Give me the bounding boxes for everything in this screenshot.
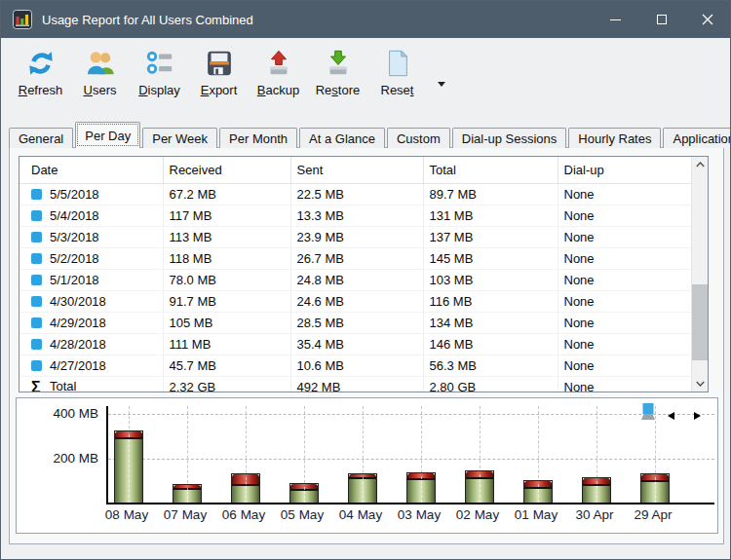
table-row[interactable]: 4/29/2018105 MB28.5 MB134 MBNone	[19, 313, 691, 334]
toolbar-restore-button[interactable]: Restore	[308, 48, 367, 97]
cell-dialup: None	[558, 248, 691, 270]
tab-custom[interactable]: Custom	[387, 128, 450, 148]
x-axis-label-06-may: 06 May	[214, 507, 273, 522]
day-bullet-icon	[31, 253, 42, 264]
bar-01-may	[523, 480, 553, 503]
tab-applications[interactable]: Applications	[663, 128, 731, 148]
bar-04-may	[348, 473, 377, 503]
table-row[interactable]: 4/30/201891.7 MB24.6 MB116 MBNone	[19, 291, 691, 313]
x-axis-label-08-may: 08 May	[97, 507, 156, 522]
toolbar-backup-button[interactable]: Backup	[249, 48, 308, 97]
toolbar-export-label: Export	[201, 83, 238, 97]
y-axis-label-200: 200 MB	[42, 451, 98, 467]
usage-chart-panel: 400 MB200 MB08 May07 May06 May05 May04 M…	[16, 397, 718, 534]
bar-06-may	[231, 473, 260, 503]
table-row[interactable]: 4/28/2018111 MB35.4 MB146 MBNone	[19, 334, 691, 355]
per-day-tab-page: DateReceivedSentTotalDial-up5/5/201867.2…	[9, 147, 724, 544]
column-header-dial-up[interactable]: Dial-up	[558, 157, 691, 184]
chart-plot-area	[106, 406, 714, 504]
toolbar-users-button[interactable]: Users	[70, 48, 130, 97]
day-bullet-icon	[31, 210, 42, 221]
cell-total: 137 MB	[423, 227, 558, 248]
cell-date: 5/4/2018	[19, 205, 163, 227]
usage-table: DateReceivedSentTotalDial-up5/5/201867.2…	[19, 157, 691, 392]
column-header-sent[interactable]: Sent	[290, 157, 423, 184]
table-row[interactable]: 5/2/2018118 MB26.7 MB145 MBNone	[19, 248, 691, 270]
maximize-button[interactable]	[638, 1, 684, 38]
cell-sent: 22.5 MB	[290, 184, 423, 205]
cell-dialup: None	[558, 205, 691, 227]
column-header-date[interactable]: Date	[19, 157, 163, 184]
bar-center-dash	[187, 488, 188, 503]
bar-30-apr	[582, 477, 611, 503]
maximize-icon	[657, 15, 667, 24]
table-total-row[interactable]: ΣTotal2.32 GB492 MB2.80 GBNone	[19, 377, 691, 393]
tab-per-day[interactable]: Per Day	[75, 122, 140, 148]
bar-center-dash	[246, 477, 247, 503]
table-scrollbar[interactable]	[691, 157, 708, 392]
chart-scroll-left-arrow[interactable]	[668, 412, 674, 420]
scrollbar-thumb[interactable]	[692, 284, 708, 360]
restore-icon	[323, 48, 354, 79]
cell-dialup: None	[558, 377, 691, 393]
bar-08-may	[114, 430, 143, 503]
column-header-received[interactable]: Received	[163, 157, 290, 184]
toolbar-overflow-button[interactable]	[435, 77, 448, 91]
toolbar-reset-button[interactable]: Reset	[367, 48, 427, 97]
x-axis-label-30-apr: 30 Apr	[565, 507, 624, 522]
toolbar-display-button[interactable]: Display	[130, 48, 189, 97]
toolbar-reset-label: Reset	[381, 83, 414, 97]
cell-received: 91.7 MB	[163, 291, 290, 313]
x-axis-label-02-may: 02 May	[448, 507, 507, 522]
bar-05-may	[289, 483, 319, 503]
cell-date: 5/5/2018	[19, 184, 163, 205]
bar-07-may	[173, 484, 202, 503]
toolbar-backup-label: Backup	[257, 83, 299, 97]
cell-total: 89.7 MB	[423, 184, 558, 205]
window-title: Usage Report for All Users Combined	[42, 13, 593, 27]
table-row[interactable]: 5/1/201878.0 MB24.8 MB103 MBNone	[19, 270, 691, 291]
display-icon	[144, 48, 175, 79]
tab-at-a-glance[interactable]: At a Glance	[299, 128, 385, 148]
scroll-up-button[interactable]	[692, 157, 708, 172]
minimize-button[interactable]	[593, 1, 638, 38]
cell-date: 4/30/2018	[19, 291, 163, 313]
x-axis-label-29-apr: 29 Apr	[624, 507, 682, 522]
cell-dialup: None	[558, 334, 691, 355]
chart-scroll-right-arrow[interactable]	[694, 412, 701, 420]
x-axis-label-04-may: 04 May	[331, 507, 390, 522]
cell-total: 146 MB	[423, 334, 558, 355]
tab-hourly-rates[interactable]: Hourly Rates	[568, 128, 661, 148]
toolbar-export-button[interactable]: Export	[189, 48, 249, 97]
toolbar-refresh-button[interactable]: Refresh	[11, 48, 70, 97]
bar-center-dash	[480, 474, 481, 503]
tab-dialup-sessions[interactable]: Dial-up Sessions	[452, 128, 567, 148]
tab-per-week[interactable]: Per Week	[142, 128, 217, 148]
cell-total: 56.3 MB	[423, 355, 558, 377]
x-axis-label-03-may: 03 May	[390, 507, 448, 522]
scroll-down-button[interactable]	[692, 376, 708, 392]
chart-scroll-marker[interactable]	[640, 403, 656, 421]
close-icon	[702, 14, 713, 25]
table-row[interactable]: 5/5/201867.2 MB22.5 MB89.7 MBNone	[19, 184, 691, 205]
table-header-row: DateReceivedSentTotalDial-up	[19, 157, 691, 184]
gridline-200	[108, 459, 714, 460]
table-row[interactable]: 5/3/2018113 MB23.9 MB137 MBNone	[19, 227, 691, 248]
bar-center-dash	[538, 484, 539, 503]
column-header-total[interactable]: Total	[423, 157, 558, 184]
table-row[interactable]: 4/27/201845.7 MB10.6 MB56.3 MBNone	[19, 355, 691, 377]
tab-general[interactable]: General	[9, 128, 73, 148]
close-button[interactable]	[684, 1, 730, 38]
table-row[interactable]: 5/4/2018117 MB13.3 MB131 MBNone	[19, 205, 691, 227]
window-controls	[593, 1, 730, 38]
cell-dialup: None	[558, 227, 691, 248]
reset-icon	[382, 48, 413, 79]
day-bullet-icon	[31, 360, 42, 371]
cell-total: 145 MB	[423, 248, 558, 270]
usage-chart-app-icon	[13, 10, 32, 29]
cell-total: 103 MB	[423, 270, 558, 291]
day-bullet-icon	[31, 296, 42, 307]
bar-center-dash	[363, 477, 364, 503]
cell-total: 116 MB	[423, 291, 558, 313]
tab-per-month[interactable]: Per Month	[219, 128, 297, 148]
